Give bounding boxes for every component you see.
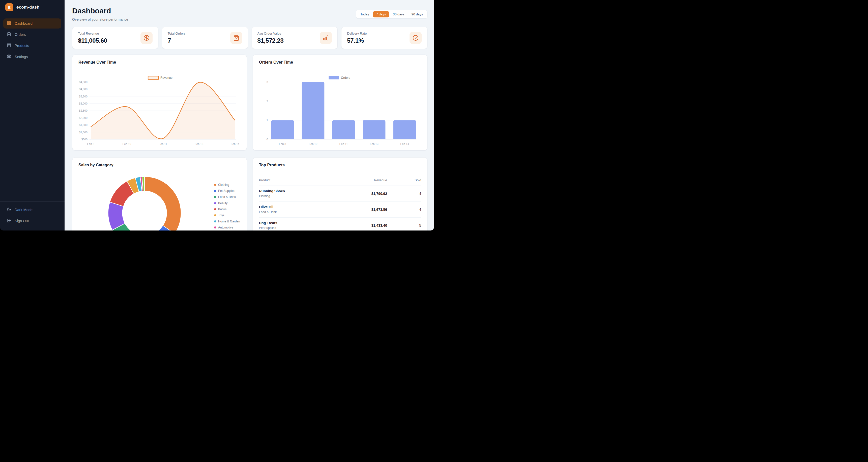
bottom-row: Sales by Category Clothing Pet Supplies … (72, 157, 428, 231)
legend-dot (214, 184, 216, 186)
sign-out-label: Sign Out (14, 219, 29, 223)
svg-text:$500: $500 (81, 138, 87, 141)
legend-dot (214, 227, 216, 229)
legend-dot (214, 221, 216, 223)
svg-text:$2,000: $2,000 (79, 116, 88, 119)
kpi-card-total-revenue: Total Revenue $11,005.60 (72, 27, 158, 49)
page-title: Dashboard (72, 6, 128, 15)
product-revenue: $1,673.56 (349, 202, 387, 218)
sign-out-button[interactable]: Sign Out (3, 216, 61, 226)
svg-text:Feb 13: Feb 13 (195, 142, 203, 145)
revenue-line-chart[interactable]: $500$1,000$1,500$2,000$2,500$3,000$3,500… (72, 70, 247, 150)
product-name: Dog Treats (259, 221, 349, 225)
legend-item-pet-supplies[interactable]: Pet Supplies (214, 188, 240, 194)
svg-text:Feb 11: Feb 11 (159, 142, 167, 145)
dark-mode-label: Dark Mode (14, 208, 33, 212)
svg-text:2: 2 (267, 100, 268, 103)
table-row: Running ShoesClothing $1,790.92 4 (259, 186, 421, 202)
sidebar: E ecom-dash Dashboard Orders Products Se… (0, 0, 65, 231)
column-header-sold: Sold (387, 173, 421, 186)
product-name: Running Shoes (259, 189, 349, 193)
legend-item-beauty[interactable]: Beauty (214, 200, 240, 206)
revenue-chart-card: Revenue Over Time $500$1,000$1,500$2,000… (72, 55, 247, 150)
sign-out-icon (7, 219, 11, 224)
kpi-value: 7 (168, 37, 186, 44)
legend-item-automotive[interactable]: Automotive (214, 225, 240, 231)
svg-text:$4,000: $4,000 (79, 88, 88, 91)
product-revenue: $1,433.40 (349, 218, 387, 231)
legend-item-home-garden[interactable]: Home & Garden (214, 219, 240, 225)
svg-text:$4,500: $4,500 (79, 81, 88, 84)
kpi-label: Total Orders (168, 32, 186, 35)
charts-row: Revenue Over Time $500$1,000$1,500$2,000… (72, 55, 428, 150)
svg-text:$2,500: $2,500 (79, 109, 88, 112)
chart-title: Sales by Category (72, 157, 247, 173)
kpi-value: $1,572.23 (257, 37, 284, 44)
svg-text:Feb 10: Feb 10 (309, 142, 317, 145)
archive-box-icon (7, 43, 11, 48)
svg-text:Feb 11: Feb 11 (339, 142, 348, 145)
legend-item-toys[interactable]: Toys (214, 212, 240, 219)
orders-chart-card: Orders Over Time 0123Feb 8Feb 10Feb 11Fe… (253, 55, 428, 150)
check-circle-icon (409, 32, 422, 44)
kpi-row: Total Revenue $11,005.60 Total Orders 7 … (72, 27, 428, 49)
product-category: Pet Supplies (259, 226, 349, 230)
legend-dot (214, 190, 216, 192)
brand: E ecom-dash (0, 0, 65, 15)
legend-dot (214, 208, 216, 210)
legend-dot (214, 214, 216, 216)
kpi-label: Avg Order Value (257, 32, 284, 35)
page-header: Dashboard Overview of your store perform… (72, 6, 428, 22)
table-title: Top Products (253, 157, 427, 173)
product-sold: 4 (387, 202, 421, 218)
grid-icon (7, 21, 11, 26)
product-sold: 4 (387, 186, 421, 202)
sidebar-item-label: Dashboard (14, 22, 33, 26)
product-revenue: $1,790.92 (349, 186, 387, 202)
product-category: Food & Drink (259, 210, 349, 214)
sidebar-item-orders[interactable]: Orders (3, 30, 61, 40)
range-90days-button[interactable]: 90 days (408, 11, 426, 18)
range-30days-button[interactable]: 30 days (390, 11, 408, 18)
sidebar-item-settings[interactable]: Settings (3, 52, 61, 62)
column-header-revenue: Revenue (349, 173, 387, 186)
legend-item-food-drink[interactable]: Food & Drink (214, 194, 240, 200)
donut-legend: Clothing Pet Supplies Food & Drink Beaut… (214, 182, 240, 231)
top-products-card: Top Products Product Revenue Sold (253, 157, 428, 231)
svg-text:0: 0 (267, 138, 268, 141)
column-header-product: Product (259, 173, 349, 186)
shopping-bag-icon (230, 32, 242, 44)
product-sold: 5 (387, 218, 421, 231)
svg-text:$1,500: $1,500 (79, 123, 88, 126)
svg-text:$3,000: $3,000 (79, 102, 88, 105)
svg-text:1: 1 (267, 119, 268, 122)
kpi-card-avg-order-value: Avg Order Value $1,572.23 (252, 27, 338, 49)
svg-text:Feb 8: Feb 8 (279, 142, 286, 145)
app-window: E ecom-dash Dashboard Orders Products Se… (0, 0, 434, 231)
svg-text:Feb 14: Feb 14 (231, 142, 239, 145)
kpi-card-total-orders: Total Orders 7 (162, 27, 248, 49)
range-today-button[interactable]: Today (357, 11, 372, 18)
sidebar-item-products[interactable]: Products (3, 41, 61, 51)
sidebar-item-dashboard[interactable]: Dashboard (3, 19, 61, 29)
chart-title: Revenue Over Time (72, 55, 247, 70)
range-7days-button[interactable]: 7 days (373, 11, 389, 18)
page-subtitle: Overview of your store performance (72, 18, 128, 22)
gear-icon (7, 54, 11, 59)
kpi-value: $11,005.60 (78, 37, 107, 44)
svg-text:$1,000: $1,000 (79, 131, 88, 134)
orders-bar-chart[interactable]: 0123Feb 8Feb 10Feb 11Feb 13Feb 14Orders (253, 70, 427, 150)
svg-text:Feb 13: Feb 13 (370, 142, 378, 145)
dark-mode-toggle[interactable]: Dark Mode (3, 205, 61, 215)
kpi-value: 57.1% (347, 37, 367, 44)
svg-text:Feb 8: Feb 8 (87, 142, 94, 145)
legend-dot (214, 196, 216, 198)
svg-text:$3,500: $3,500 (79, 95, 88, 98)
table-row: Dog TreatsPet Supplies $1,433.40 5 (259, 218, 421, 231)
kpi-label: Delivery Rate (347, 32, 367, 35)
legend-item-clothing[interactable]: Clothing (214, 182, 240, 188)
legend-dot (214, 202, 216, 204)
sales-by-category-card: Sales by Category Clothing Pet Supplies … (72, 157, 247, 231)
legend-item-books[interactable]: Books (214, 206, 240, 212)
svg-text:Revenue: Revenue (160, 76, 173, 80)
